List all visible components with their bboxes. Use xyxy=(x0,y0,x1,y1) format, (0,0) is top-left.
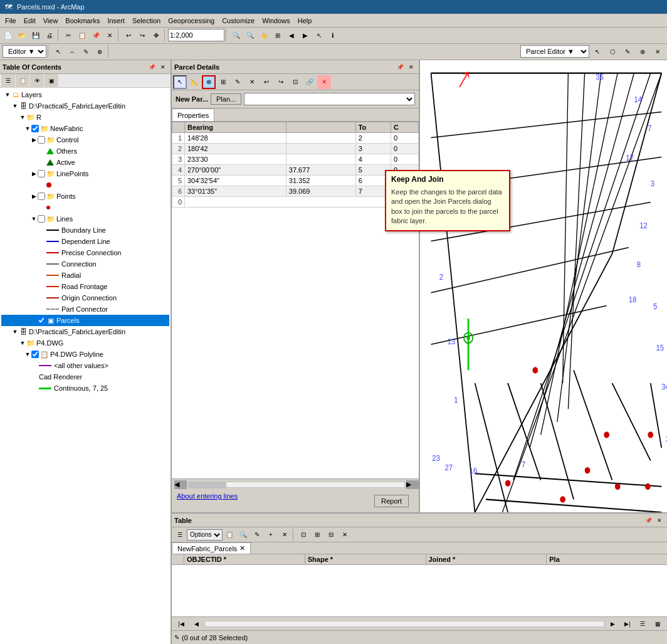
redo-button[interactable]: ↪ xyxy=(135,28,149,42)
scroll-thumb[interactable] xyxy=(189,482,226,488)
tt-6[interactable]: ✕ xyxy=(278,528,291,542)
zoom-out-button[interactable]: 🔍 xyxy=(243,28,257,42)
pd-tool-2[interactable]: 📐 xyxy=(187,75,201,89)
report-button[interactable]: Report xyxy=(374,495,409,507)
tt-1[interactable]: ☰ xyxy=(173,528,187,542)
pd-tool-1[interactable]: ↖ xyxy=(173,75,187,89)
layers-expand[interactable]: ▼ xyxy=(4,91,11,98)
zoom-prev[interactable]: ◀ xyxy=(285,28,298,42)
nav-table-view[interactable]: ☰ xyxy=(636,617,649,631)
parcel-details-pin[interactable]: 📌 xyxy=(395,62,405,72)
pd-tool-5[interactable]: ✎ xyxy=(231,75,244,89)
scale-input[interactable] xyxy=(168,29,224,41)
nav-prev[interactable]: ◀ xyxy=(189,617,203,631)
control-checkbox[interactable] xyxy=(38,136,45,144)
col-joined[interactable]: Joined * xyxy=(426,554,547,564)
table-tab-close[interactable]: ✕ xyxy=(239,544,245,552)
bearing-row[interactable]: 5 304'32'54" 31.352 6 0 xyxy=(172,176,419,186)
plan-button[interactable]: Plan... xyxy=(211,93,241,105)
r-expand[interactable]: ▼ xyxy=(19,113,26,121)
pd-tool-8[interactable]: ↪ xyxy=(274,75,288,89)
edit-tool-2[interactable]: ↔ xyxy=(65,45,79,58)
p4dwg-polyline-checkbox[interactable] xyxy=(31,351,39,358)
zoom-next[interactable]: ▶ xyxy=(298,28,312,42)
points-checkbox[interactable] xyxy=(38,193,45,200)
menu-windows[interactable]: Windows xyxy=(258,16,294,26)
open-button[interactable]: 📂 xyxy=(15,28,29,42)
delete-button[interactable]: ✕ xyxy=(103,28,117,42)
toc-pin[interactable]: 📌 xyxy=(147,62,157,72)
cut-button[interactable]: ✂ xyxy=(61,28,75,42)
print-button[interactable]: 🖨 xyxy=(43,28,56,42)
about-entering-lines-link[interactable]: About entering lines xyxy=(177,492,238,500)
pd-tool-x[interactable]: ✕ xyxy=(317,75,331,89)
scroll-right-btn[interactable]: ▶ xyxy=(406,480,419,489)
scroll-track[interactable] xyxy=(188,482,405,488)
menu-geoprocessing[interactable]: Geoprocessing xyxy=(164,16,218,26)
toc-close[interactable]: ✕ xyxy=(158,62,168,72)
menu-edit[interactable]: Edit xyxy=(20,16,39,26)
table-name-tab[interactable]: NewFabric_Parcels ✕ xyxy=(172,542,251,554)
tt-3[interactable]: 🔍 xyxy=(236,528,250,542)
table-pin[interactable]: 📌 xyxy=(643,515,653,525)
tt-9[interactable]: ⊟ xyxy=(324,528,338,542)
menu-help[interactable]: Help xyxy=(294,16,316,26)
pd-tool-10[interactable]: 🔗 xyxy=(303,75,317,89)
tt-2[interactable]: 📋 xyxy=(223,528,236,542)
undo-button[interactable]: ↩ xyxy=(122,28,135,42)
pd-tool-7[interactable]: ↩ xyxy=(260,75,273,89)
pd-tool-4[interactable]: ⊞ xyxy=(216,75,230,89)
menu-file[interactable]: File xyxy=(1,16,20,26)
bearing-scrollbar[interactable]: ◀ ▶ xyxy=(172,478,419,490)
tt-5[interactable]: + xyxy=(264,528,278,542)
tt-8[interactable]: ⊞ xyxy=(310,528,324,542)
toc-list-view[interactable]: ☰ xyxy=(1,74,15,88)
pd-tool-3[interactable]: ⊕ xyxy=(202,75,216,89)
col-objectid[interactable]: OBJECTID * xyxy=(184,554,305,564)
save-button[interactable]: 💾 xyxy=(29,28,43,42)
newfabric-checkbox[interactable] xyxy=(31,125,39,132)
pan-tool[interactable]: 👆 xyxy=(257,28,271,42)
toc-selection-view[interactable]: ▣ xyxy=(45,74,58,88)
points-expand[interactable]: ▶ xyxy=(30,193,38,200)
linepoints-expand[interactable]: ▶ xyxy=(30,170,38,177)
edit-tool-4[interactable]: ⊕ xyxy=(93,45,107,58)
parcels-item[interactable]: ▣ Parcels xyxy=(1,315,169,326)
toc-visible-view[interactable]: 👁 xyxy=(30,74,44,88)
newfabric-expand[interactable]: ▼ xyxy=(24,125,31,132)
new-button[interactable]: 📄 xyxy=(1,28,15,42)
linepoints-checkbox[interactable] xyxy=(38,170,45,177)
zoom-in-button[interactable]: 🔍 xyxy=(229,28,243,42)
parcel-tool-1[interactable]: ↖ xyxy=(591,45,604,58)
bearing-row[interactable]: 2 180'42 3 0 xyxy=(172,144,419,154)
zoom-extent[interactable]: ⊞ xyxy=(271,28,285,42)
parcel-tool-4[interactable]: ⊕ xyxy=(636,45,649,58)
tab-properties[interactable]: Properties xyxy=(172,108,214,121)
pd-tool-9[interactable]: ⊡ xyxy=(288,75,302,89)
scroll-left-btn[interactable]: ◀ xyxy=(174,480,187,489)
nav-form-view[interactable]: ▦ xyxy=(651,617,664,631)
parcel-editor-dropdown[interactable]: Parcel Editor ▼ xyxy=(520,45,589,58)
p4dwg-polyline-expand[interactable]: ▼ xyxy=(24,351,31,358)
select-tool[interactable]: ↖ xyxy=(312,28,326,42)
map-area[interactable]: 35 14 7 17 3 12 2 8 18 5 13 15 34 1 23 2… xyxy=(420,60,667,512)
template-dropdown[interactable] xyxy=(244,93,415,105)
parcels-checkbox[interactable] xyxy=(38,317,45,324)
edit-tool-1[interactable]: ↖ xyxy=(51,45,65,58)
tt-10[interactable]: ✕ xyxy=(338,528,352,542)
lines-expand[interactable]: ▼ xyxy=(30,215,38,223)
nav-first[interactable]: |◀ xyxy=(174,617,188,631)
nav-scroll[interactable] xyxy=(204,621,604,627)
pan-button[interactable]: ✥ xyxy=(149,28,163,42)
editor-dropdown[interactable]: Editor ▼ xyxy=(3,45,46,58)
nav-last[interactable]: ▶| xyxy=(621,617,634,631)
menu-selection[interactable]: Selection xyxy=(129,16,164,26)
parcel-tool-3[interactable]: ✎ xyxy=(621,45,634,58)
control-expand[interactable]: ▶ xyxy=(30,136,38,144)
db2-expand[interactable]: ▼ xyxy=(11,328,19,335)
menu-insert[interactable]: Insert xyxy=(103,16,129,26)
p4dwg-expand[interactable]: ▼ xyxy=(19,339,26,347)
bearing-row[interactable]: 6 33°01'35" 39.069 7 0 xyxy=(172,186,419,197)
table-options-dropdown[interactable]: Options xyxy=(187,529,223,541)
pd-tool-6[interactable]: ✕ xyxy=(245,75,259,89)
